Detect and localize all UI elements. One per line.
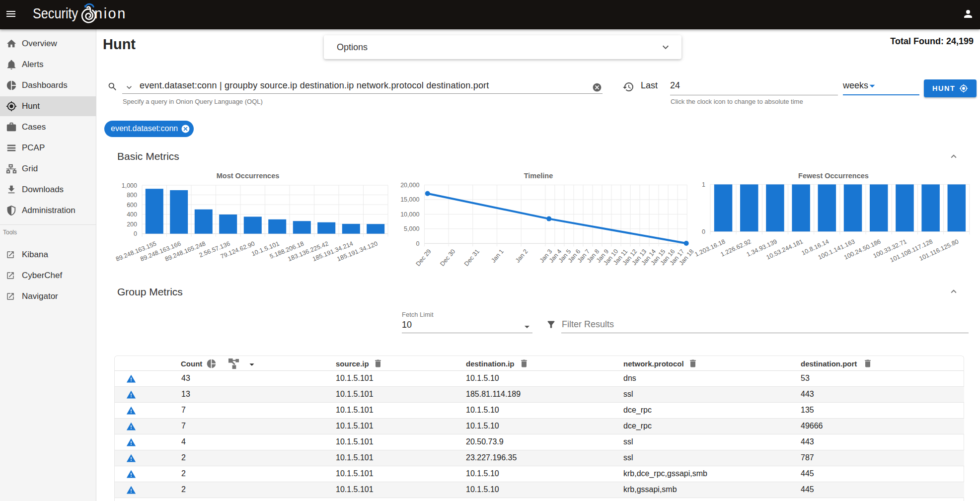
svg-text:0: 0 [702,228,705,235]
svg-text:Timeline: Timeline [524,172,553,180]
svg-text:Dec 30: Dec 30 [439,248,456,267]
svg-text:0: 0 [416,240,419,247]
svg-text:5,000: 5,000 [404,225,419,232]
svg-text:Jan 1: Jan 1 [490,248,505,264]
svg-text:800: 800 [127,192,137,199]
svg-text:10,000: 10,000 [400,211,419,218]
svg-text:200: 200 [127,221,137,228]
svg-text:600: 600 [127,202,137,209]
svg-text:Dec 29: Dec 29 [415,248,433,267]
svg-text:0: 0 [134,230,137,237]
svg-text:1,000: 1,000 [122,182,137,189]
svg-text:15,000: 15,000 [400,196,419,203]
svg-text:Fewest Occurrences: Fewest Occurrences [798,172,869,180]
svg-text:1: 1 [702,181,705,188]
svg-text:Most Occurrences: Most Occurrences [217,172,280,180]
svg-text:Jan 2: Jan 2 [514,248,529,264]
svg-text:Dec 31: Dec 31 [463,248,481,267]
svg-text:400: 400 [127,211,137,218]
svg-text:20,000: 20,000 [400,182,419,189]
